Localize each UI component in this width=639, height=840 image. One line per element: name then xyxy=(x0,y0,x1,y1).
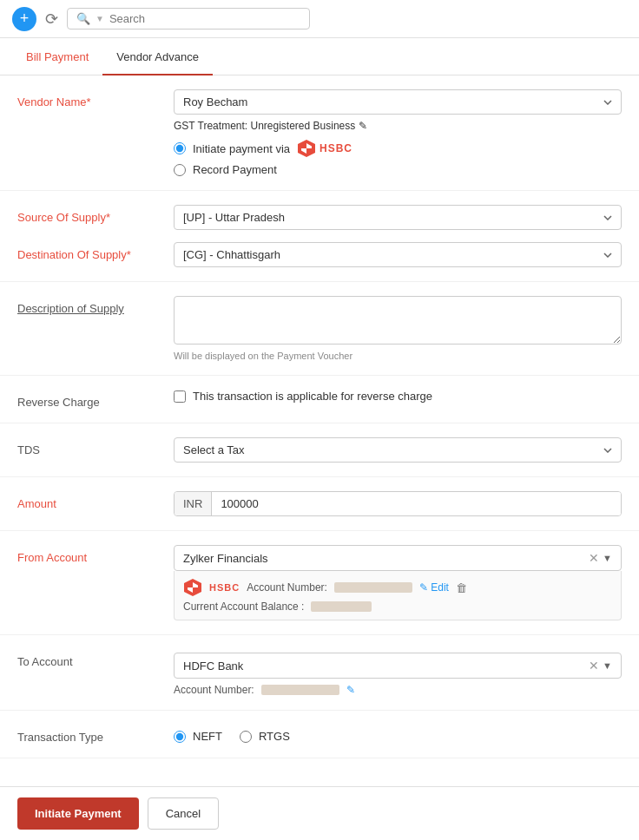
search-box[interactable]: 🔍 ▼ xyxy=(67,8,310,30)
to-account-edit-icon[interactable]: ✎ xyxy=(346,684,355,696)
from-account-clear-icon[interactable]: ✕ xyxy=(589,551,599,565)
tds-row: TDS Select a Tax xyxy=(17,437,622,463)
tab-vendor-advance[interactable]: Vendor Advance xyxy=(102,38,213,75)
from-account-value: Zylker Financials xyxy=(183,552,589,565)
reverse-charge-row: Reverse Charge This transaction is appli… xyxy=(17,390,622,409)
hsbc-icon xyxy=(297,139,316,158)
to-account-section: To Account HDFC Bank ✕ ▼ Account Number:… xyxy=(0,635,639,711)
rtgs-radio[interactable] xyxy=(240,731,252,743)
dropdown-arrow-icon: ▼ xyxy=(96,14,104,23)
vendor-name-label: Vendor Name* xyxy=(17,89,174,108)
from-account-label: From Account xyxy=(17,545,174,564)
from-account-bank-name: HSBC xyxy=(209,582,240,593)
vendor-name-control: Roy Becham GST Treatment: Unregistered B… xyxy=(174,89,622,176)
payment-method-radio-group: Initiate payment via HSBC xyxy=(174,139,622,176)
to-account-row: To Account HDFC Bank ✕ ▼ Account Number:… xyxy=(17,649,622,696)
delete-icon[interactable]: 🗑 xyxy=(456,581,467,594)
transaction-type-control: NEFT RTGS xyxy=(174,725,622,743)
to-account-value: HDFC Bank xyxy=(183,660,589,673)
amount-control: INR xyxy=(174,491,622,516)
description-textarea[interactable] xyxy=(174,296,622,345)
from-account-section: From Account Zylker Financials ✕ ▼ xyxy=(0,531,639,635)
from-account-balance-row: Current Account Balance : xyxy=(183,600,612,613)
source-of-supply-row: Source Of Supply* [UP] - Uttar Pradesh xyxy=(17,205,622,230)
tab-bill-payment[interactable]: Bill Payment xyxy=(12,38,102,75)
tds-control: Select a Tax xyxy=(174,437,622,463)
description-helper: Will be displayed on the Payment Voucher xyxy=(174,351,622,361)
history-icon: ⟳ xyxy=(45,10,58,29)
vendor-name-row: Vendor Name* Roy Becham GST Treatment: U… xyxy=(17,89,622,176)
transaction-type-row: Transaction Type NEFT RTGS xyxy=(17,725,622,744)
record-payment-radio[interactable] xyxy=(174,164,186,176)
bottom-bar: Initiate Payment Cancel xyxy=(0,786,639,840)
from-account-chevron-icon: ▼ xyxy=(603,553,612,563)
description-row: Description of Supply Will be displayed … xyxy=(17,296,622,361)
destination-of-supply-label: Destination Of Supply* xyxy=(17,242,174,261)
from-account-select-wrapper: Zylker Financials ✕ ▼ xyxy=(174,545,622,620)
to-account-clear-icon[interactable]: ✕ xyxy=(589,659,599,673)
to-account-chevron-icon: ▼ xyxy=(603,660,612,671)
main-content: Vendor Name* Roy Becham GST Treatment: U… xyxy=(0,75,639,837)
search-icon: 🔍 xyxy=(76,12,90,25)
gst-edit-icon[interactable]: ✎ xyxy=(359,120,367,132)
search-input[interactable] xyxy=(109,12,300,25)
amount-label: Amount xyxy=(17,491,174,510)
top-bar: + ⟳ 🔍 ▼ xyxy=(0,0,639,38)
vendor-name-select[interactable]: Roy Becham xyxy=(174,89,622,115)
tabs-bar: Bill Payment Vendor Advance xyxy=(0,38,639,75)
gst-treatment-info: GST Treatment: Unregistered Business ✎ xyxy=(174,120,622,132)
tds-section: TDS Select a Tax xyxy=(0,423,639,477)
rtgs-radio-item[interactable]: RTGS xyxy=(240,730,290,743)
record-payment-radio-item[interactable]: Record Payment xyxy=(174,163,622,176)
transaction-type-radio-group: NEFT RTGS xyxy=(174,725,622,743)
description-section: Description of Supply Will be displayed … xyxy=(0,282,639,376)
to-account-label: To Account xyxy=(17,649,174,668)
tds-label: TDS xyxy=(17,437,174,456)
amount-row: Amount INR xyxy=(17,491,622,516)
cancel-button[interactable]: Cancel xyxy=(148,797,219,830)
from-account-number-row: HSBC Account Number: ✎ Edit 🗑 xyxy=(183,578,612,597)
amount-section: Amount INR xyxy=(0,477,639,531)
transaction-type-label: Transaction Type xyxy=(17,725,174,744)
amount-input-wrapper: INR xyxy=(174,491,622,516)
edit-link[interactable]: ✎ Edit xyxy=(419,581,449,594)
account-number-blurred xyxy=(334,582,412,593)
vendor-name-section: Vendor Name* Roy Becham GST Treatment: U… xyxy=(0,75,639,191)
plus-icon: + xyxy=(20,10,30,28)
destination-of-supply-control: [CG] - Chhattisgarh xyxy=(174,242,622,267)
source-of-supply-label: Source Of Supply* xyxy=(17,205,174,224)
destination-of-supply-row: Destination Of Supply* [CG] - Chhattisga… xyxy=(17,242,622,267)
description-control: Will be displayed on the Payment Voucher xyxy=(174,296,622,361)
amount-input[interactable] xyxy=(212,492,621,515)
amount-currency: INR xyxy=(175,492,212,515)
source-of-supply-control: [UP] - Uttar Pradesh xyxy=(174,205,622,230)
hsbc-small-icon xyxy=(183,578,202,597)
destination-of-supply-select[interactable]: [CG] - Chhattisgarh xyxy=(174,242,622,267)
history-button[interactable]: ⟳ xyxy=(45,10,58,29)
from-account-control: Zylker Financials ✕ ▼ xyxy=(174,545,622,620)
account-number-label: Account Number: xyxy=(247,581,327,594)
source-of-supply-select[interactable]: [UP] - Uttar Pradesh xyxy=(174,205,622,230)
to-account-number-blurred xyxy=(261,685,339,695)
description-label: Description of Supply xyxy=(17,296,174,315)
reverse-charge-control: This transaction is applicable for rever… xyxy=(174,390,622,403)
neft-radio-item[interactable]: NEFT xyxy=(174,730,222,743)
hsbc-logo: HSBC xyxy=(297,139,352,158)
to-account-number-row: Account Number: ✎ xyxy=(174,684,622,696)
neft-radio[interactable] xyxy=(174,731,186,743)
initiate-payment-button[interactable]: Initiate Payment xyxy=(17,797,139,830)
transaction-type-section: Transaction Type NEFT RTGS xyxy=(0,711,639,758)
supply-section: Source Of Supply* [UP] - Uttar Pradesh D… xyxy=(0,191,639,282)
to-account-control: HDFC Bank ✕ ▼ Account Number: ✎ xyxy=(174,653,622,696)
initiate-payment-radio[interactable] xyxy=(174,142,186,154)
reverse-charge-checkbox-row[interactable]: This transaction is applicable for rever… xyxy=(174,390,622,403)
initiate-payment-radio-item[interactable]: Initiate payment via HSBC xyxy=(174,139,622,158)
add-button[interactable]: + xyxy=(12,7,36,31)
from-account-row: From Account Zylker Financials ✕ ▼ xyxy=(17,545,622,620)
reverse-charge-checkbox[interactable] xyxy=(174,390,186,403)
from-account-details: HSBC Account Number: ✎ Edit 🗑 Current Ac… xyxy=(174,571,622,620)
tds-select[interactable]: Select a Tax xyxy=(174,437,622,463)
reverse-charge-section: Reverse Charge This transaction is appli… xyxy=(0,376,639,423)
to-account-select[interactable]: HDFC Bank ✕ ▼ xyxy=(174,653,622,679)
from-account-select[interactable]: Zylker Financials ✕ ▼ xyxy=(174,545,622,571)
